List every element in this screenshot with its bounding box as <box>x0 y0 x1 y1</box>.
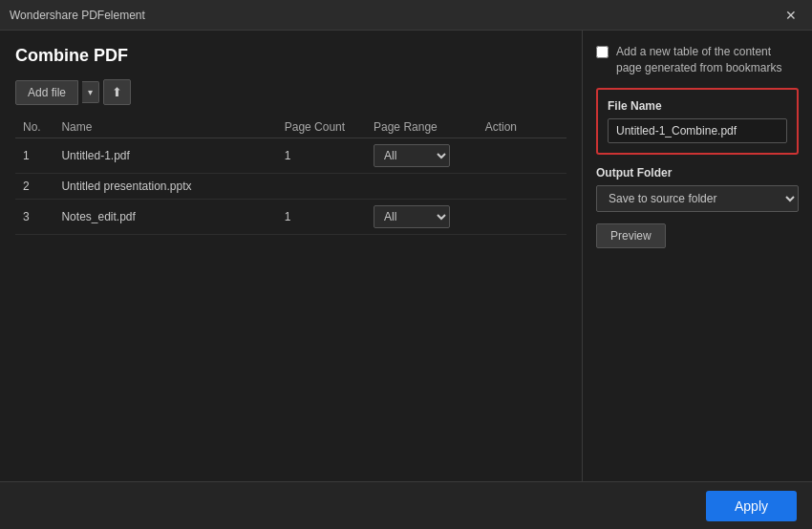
file-name-section: File Name <box>596 88 799 155</box>
bookmark-checkbox[interactable] <box>596 46 609 58</box>
col-header-action: Action <box>478 116 566 138</box>
table-row: 2Untitled presentation.pptx <box>15 174 566 200</box>
output-folder-section: Output Folder Save to source folderChoos… <box>596 166 799 212</box>
page-range-select[interactable]: AllCustom <box>374 144 450 167</box>
table-row: 1Untitled-1.pdf1AllCustom <box>15 138 566 174</box>
preview-button[interactable]: Preview <box>596 223 666 248</box>
col-header-no: No. <box>15 116 53 138</box>
cell-name: Untitled presentation.pptx <box>53 174 276 200</box>
dialog-title: Combine PDF <box>15 46 566 66</box>
col-header-page-range: Page Range <box>366 116 478 138</box>
right-panel: Add a new table of the content page gene… <box>583 31 812 481</box>
file-table: No. Name Page Count Page Range Action 1U… <box>15 116 566 235</box>
col-header-page-count: Page Count <box>277 116 366 138</box>
cell-action <box>478 200 566 235</box>
file-name-input[interactable] <box>608 118 787 143</box>
cell-page-range: AllCustom <box>366 138 478 174</box>
add-file-dropdown-button[interactable]: ▾ <box>82 81 99 103</box>
table-row: 3Notes_edit.pdf1AllCustom <box>15 200 566 235</box>
cell-page-range <box>366 174 478 200</box>
move-up-icon: ⬆ <box>112 85 122 99</box>
bookmark-checkbox-row: Add a new table of the content page gene… <box>596 44 799 76</box>
cell-page-count: 1 <box>277 200 366 235</box>
app-title: Wondershare PDFelement <box>10 9 145 22</box>
cell-page-range: AllCustom <box>366 200 478 235</box>
cell-page-count: 1 <box>277 138 366 174</box>
file-name-label: File Name <box>608 99 787 113</box>
left-panel: Combine PDF Add file ▾ ⬆ No. Name Page C… <box>0 31 583 481</box>
bottom-bar: Apply <box>0 481 812 529</box>
cell-page-count <box>277 174 366 200</box>
apply-button[interactable]: Apply <box>706 491 797 521</box>
output-folder-label: Output Folder <box>596 166 799 180</box>
cell-no: 3 <box>15 200 53 235</box>
close-button[interactable]: ✕ <box>780 6 802 25</box>
cell-no: 1 <box>15 138 53 174</box>
cell-no: 2 <box>15 174 53 200</box>
move-up-button[interactable]: ⬆ <box>103 79 131 105</box>
cell-action <box>478 174 566 200</box>
main-container: Combine PDF Add file ▾ ⬆ No. Name Page C… <box>0 31 812 529</box>
col-header-name: Name <box>53 116 276 138</box>
page-range-select[interactable]: AllCustom <box>374 205 450 228</box>
bookmark-checkbox-label: Add a new table of the content page gene… <box>616 44 799 76</box>
title-bar: Wondershare PDFelement ✕ <box>0 0 812 31</box>
output-folder-select[interactable]: Save to source folderChoose folder... <box>596 185 799 212</box>
cell-action <box>478 138 566 174</box>
cell-name: Notes_edit.pdf <box>53 200 276 235</box>
toolbar: Add file ▾ ⬆ <box>15 79 566 105</box>
add-file-button[interactable]: Add file <box>15 80 78 105</box>
cell-name: Untitled-1.pdf <box>53 138 276 174</box>
